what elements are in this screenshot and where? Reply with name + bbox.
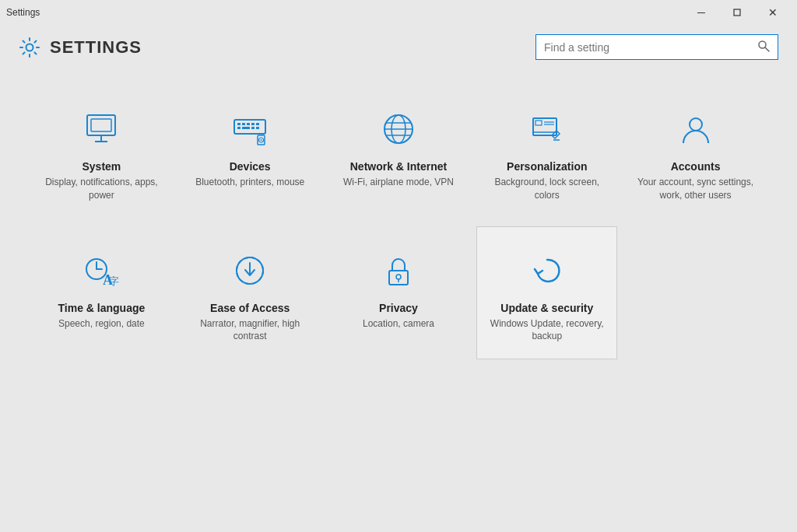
update-icon [527,250,567,291]
personalization-icon [527,109,567,149]
window-controls: ─ ✕ [683,0,791,25]
svg-rect-16 [251,127,255,129]
svg-rect-41 [389,271,408,285]
search-icon[interactable] [757,40,770,54]
settings-gear-icon [19,37,40,58]
time-title: Time & language [58,302,146,314]
personalization-title: Personalization [507,160,587,173]
devices-title: Devices [230,160,271,173]
settings-item-network[interactable]: Network & Internet Wi-Fi, airplane mode,… [328,85,469,219]
header: SETTINGS [0,25,797,69]
svg-rect-11 [247,123,250,125]
window-title: Settings [6,7,40,18]
svg-rect-10 [242,123,245,125]
settings-item-privacy[interactable]: Privacy Location, camera [328,226,469,360]
svg-point-42 [396,275,401,279]
system-desc: Display, notifications, apps, power [40,176,163,202]
settings-container: System Display, notifications, apps, pow… [0,69,797,375]
search-input[interactable] [544,41,757,54]
svg-text:字: 字 [109,275,119,287]
svg-rect-15 [242,127,250,129]
settings-row-1: System Display, notifications, apps, pow… [31,85,766,219]
network-icon [378,109,419,149]
svg-rect-12 [251,123,255,125]
svg-rect-13 [256,123,259,125]
devices-icon [230,109,270,149]
close-button[interactable]: ✕ [755,0,791,25]
svg-rect-14 [237,127,241,129]
svg-point-20 [261,139,262,141]
ease-icon [230,250,270,291]
ease-title: Ease of Access [210,302,290,314]
accounts-title: Accounts [671,160,721,173]
privacy-desc: Location, camera [363,317,434,331]
settings-item-empty [625,226,766,360]
settings-item-system[interactable]: System Display, notifications, apps, pow… [31,85,172,219]
accounts-desc: Your account, sync settings, work, other… [634,176,757,202]
title-bar: Settings ─ ✕ [0,0,797,25]
svg-line-3 [765,47,769,51]
system-icon [81,109,121,149]
svg-rect-29 [535,121,542,125]
settings-item-accounts[interactable]: Accounts Your account, sync settings, wo… [625,85,766,219]
maximize-icon [733,9,741,16]
devices-desc: Bluetooth, printers, mouse [195,176,304,189]
svg-rect-9 [237,123,241,125]
minimize-button[interactable]: ─ [683,0,719,25]
personalization-desc: Background, lock screen, colors [485,176,609,202]
header-left: SETTINGS [19,37,142,58]
network-desc: Wi-Fi, airplane mode, VPN [343,176,454,189]
svg-rect-17 [256,127,259,129]
settings-item-update[interactable]: Update & security Windows Update, recove… [476,226,617,360]
settings-item-ease[interactable]: Ease of Access Narrator, magnifier, high… [180,226,321,360]
privacy-icon [378,250,419,291]
ease-desc: Narrator, magnifier, high contrast [188,317,312,344]
svg-rect-7 [91,119,111,131]
page-title: SETTINGS [50,37,142,58]
svg-point-1 [26,44,33,51]
accounts-icon [676,109,716,149]
time-icon: A 字 [81,250,121,291]
svg-rect-0 [734,9,740,16]
settings-item-personalization[interactable]: Personalization Background, lock screen,… [476,85,617,219]
maximize-button[interactable] [719,0,755,25]
settings-row-2: A 字 Time & language Speech, region, date… [31,226,766,360]
time-desc: Speech, region, date [58,317,145,331]
update-title: Update & security [500,302,593,314]
update-desc: Windows Update, recovery, backup [485,317,609,344]
network-title: Network & Internet [350,160,447,173]
system-title: System [82,160,121,173]
privacy-title: Privacy [379,302,418,314]
settings-item-time[interactable]: A 字 Time & language Speech, region, date [31,226,172,360]
svg-point-32 [690,118,702,131]
search-box[interactable] [535,34,778,60]
settings-item-devices[interactable]: Devices Bluetooth, printers, mouse [180,85,321,219]
